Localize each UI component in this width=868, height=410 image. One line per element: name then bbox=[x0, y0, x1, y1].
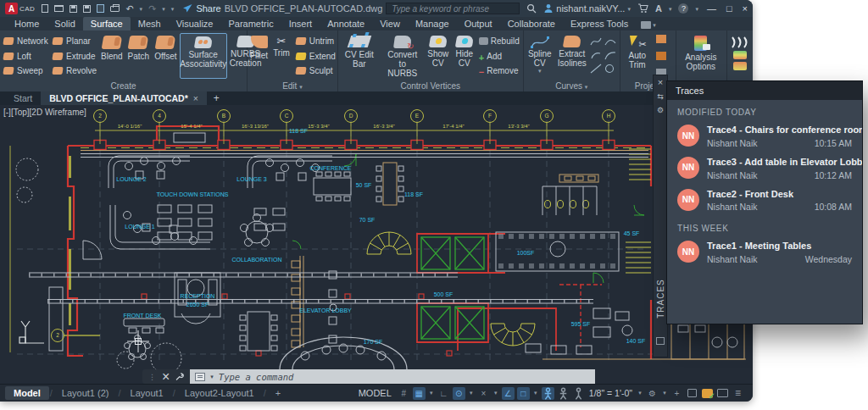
trace-item[interactable]: NNTrace4 - Chairs for conference roomNis… bbox=[667, 120, 862, 152]
spline-cv-button[interactable]: Spline CV▾ bbox=[524, 33, 556, 79]
osnap-caret[interactable]: ▾ bbox=[532, 387, 539, 400]
maximize-button[interactable]: □ bbox=[726, 3, 732, 14]
fillet-button[interactable]: Fillet bbox=[248, 33, 270, 79]
tab-layout2-layout1[interactable]: Layout2-Layout1 bbox=[176, 386, 263, 400]
tab-layout1-2[interactable]: Layout1 (2) bbox=[53, 386, 118, 400]
floorplan-svg[interactable]: 24BCDEFGH2 14'-0 1/16"15'-4 1/4"16'-3 13… bbox=[0, 105, 753, 370]
traces-header[interactable]: Traces bbox=[667, 81, 862, 100]
wrench-icon[interactable] bbox=[175, 372, 184, 381]
viewport-controls[interactable]: [-][Top][2D Wireframe] bbox=[3, 108, 86, 117]
plot-icon[interactable] bbox=[97, 4, 104, 13]
undo-caret-icon[interactable]: ▾ bbox=[140, 6, 143, 12]
user-account-button[interactable]: nishant.naikVY... ▾ bbox=[543, 3, 631, 14]
palette-autohide-icon[interactable]: ⇆ bbox=[657, 92, 664, 101]
polar-caret[interactable]: ▾ bbox=[468, 387, 475, 400]
tab-current-drawing[interactable]: BLVD OFFICE_PLAN-AUTOCAD* × bbox=[41, 91, 207, 105]
isodraft-icon[interactable]: × bbox=[477, 387, 490, 400]
extract-isolines-button[interactable]: Extract Isolines bbox=[556, 33, 588, 79]
save-icon[interactable] bbox=[70, 5, 77, 13]
trusted-dwg-icon[interactable] bbox=[701, 387, 714, 400]
curvature-analysis-icon[interactable] bbox=[733, 51, 747, 59]
edit-panel-label[interactable]: Edit ▾ bbox=[248, 81, 337, 91]
otrack-icon[interactable]: ∠ bbox=[502, 387, 515, 400]
circle-tool-icon[interactable] bbox=[604, 64, 616, 74]
add-button[interactable]: +Add bbox=[479, 50, 521, 63]
hide-cv-button[interactable]: Hide CV bbox=[452, 33, 477, 79]
draft-analysis-icon[interactable] bbox=[733, 62, 747, 70]
arc2-icon[interactable] bbox=[604, 50, 616, 60]
cart-icon[interactable] bbox=[637, 3, 648, 14]
network-button[interactable]: Network bbox=[2, 35, 47, 47]
ribbon-tab-solid[interactable]: Solid bbox=[47, 17, 82, 30]
open-file-icon[interactable] bbox=[54, 5, 64, 12]
trace-item[interactable]: NNTrace3 - Add table in Elevator LobbyNi… bbox=[667, 152, 862, 185]
palette-window-icon[interactable] bbox=[656, 337, 665, 345]
redo-icon[interactable]: ↷ bbox=[148, 4, 156, 14]
isodraft-caret[interactable]: ▾ bbox=[492, 387, 499, 400]
tab-close-icon[interactable]: × bbox=[193, 93, 198, 103]
offset-button[interactable]: Offset bbox=[152, 33, 180, 79]
command-input[interactable]: ▾ Type a command bbox=[190, 369, 595, 384]
ribbon-tab-parametric[interactable]: Parametric bbox=[220, 17, 281, 30]
trim-button[interactable]: ✂Trim bbox=[270, 33, 292, 79]
print-icon[interactable] bbox=[110, 6, 120, 12]
project-geometry-icon[interactable] bbox=[656, 35, 666, 43]
untrim-button[interactable]: Untrim bbox=[294, 35, 331, 47]
tab-start[interactable]: Start bbox=[5, 91, 41, 105]
workspace-switching-icon[interactable] bbox=[686, 387, 698, 400]
ortho-icon[interactable]: ∟ bbox=[437, 387, 450, 400]
close-button[interactable]: × bbox=[743, 3, 748, 14]
settings-caret[interactable]: ▾ bbox=[661, 387, 668, 400]
palette-vertical-label[interactable]: TRACES bbox=[656, 279, 665, 319]
ribbon-tab-output[interactable]: Output bbox=[457, 17, 500, 30]
ribbon-display-toggle[interactable]: ▾ bbox=[641, 21, 656, 30]
share-button[interactable]: Share bbox=[183, 3, 220, 14]
sweep-button[interactable]: Sweep bbox=[2, 64, 47, 77]
drawing-canvas[interactable]: [-][Top][2D Wireframe] bbox=[0, 105, 753, 384]
blend-button[interactable]: Blend bbox=[98, 33, 125, 79]
create-panel-label[interactable]: Create bbox=[0, 81, 247, 91]
save-as-icon[interactable] bbox=[83, 5, 91, 13]
recent-commands-icon[interactable] bbox=[195, 373, 205, 381]
autocad-logo-icon[interactable]: A bbox=[5, 3, 18, 14]
control-vertices-panel-label[interactable]: Control Vertices bbox=[338, 81, 523, 91]
curve-blend-icon[interactable] bbox=[604, 36, 616, 47]
rebuild-button[interactable]: Rebuild bbox=[479, 35, 521, 47]
search-input[interactable]: Type a keyword or phrase bbox=[386, 3, 520, 14]
autodesk-caret-icon[interactable]: ▾ bbox=[669, 6, 672, 12]
command-close-icon[interactable]: × bbox=[162, 369, 170, 385]
curves-panel-label[interactable]: Curves ▾ bbox=[524, 81, 620, 91]
ribbon-tab-collaborate[interactable]: Collaborate bbox=[500, 17, 563, 30]
osnap-icon[interactable]: □ bbox=[517, 387, 530, 400]
line-icon[interactable] bbox=[590, 64, 602, 74]
trace-item[interactable]: NNTrace1 - Meeting TablesNishant NaikWed… bbox=[667, 236, 862, 269]
extend-button[interactable]: Extend bbox=[294, 50, 331, 63]
ribbon-tab-surface[interactable]: Surface bbox=[83, 17, 131, 30]
planar-button[interactable]: Planar bbox=[51, 35, 97, 47]
ribbon-tab-manage[interactable]: Manage bbox=[408, 17, 457, 30]
polar-icon[interactable]: ⊙ bbox=[453, 387, 465, 400]
undo-icon[interactable]: ↶ bbox=[125, 4, 133, 14]
new-layout-button[interactable]: + bbox=[267, 386, 289, 400]
revolve-button[interactable]: Revolve bbox=[51, 64, 97, 77]
autodesk-logo-icon[interactable]: A bbox=[655, 4, 662, 14]
convert-to-nurbs-button[interactable]: Convert to NURBS bbox=[381, 33, 425, 79]
command-line-handle[interactable]: ⋮ × bbox=[142, 369, 190, 384]
new-file-icon[interactable] bbox=[42, 4, 48, 13]
arc-icon[interactable] bbox=[590, 50, 602, 60]
qat-menu-caret-icon[interactable]: ▾ bbox=[171, 6, 175, 12]
palette-close-icon[interactable]: × bbox=[658, 77, 663, 87]
help-icon[interactable]: ? bbox=[678, 3, 688, 14]
annotation-autoscale-icon[interactable] bbox=[557, 387, 570, 400]
zebra-analysis-icon[interactable] bbox=[731, 36, 749, 48]
ribbon-tab-annotate[interactable]: Annotate bbox=[320, 17, 372, 30]
cv-edit-bar-button[interactable]: CV Edit Bar bbox=[338, 33, 381, 79]
extrude-button[interactable]: Extrude bbox=[51, 50, 97, 63]
ribbon-tab-express-tools[interactable]: Express Tools bbox=[563, 17, 636, 30]
spline-fit-icon[interactable] bbox=[590, 36, 602, 47]
settings-icon[interactable]: ⚙ bbox=[646, 387, 659, 400]
minimize-button[interactable]: — bbox=[707, 3, 716, 14]
patch-button[interactable]: Patch bbox=[125, 33, 153, 79]
ribbon-tab-home[interactable]: Home bbox=[7, 17, 47, 30]
tab-layout1[interactable]: Layout1 bbox=[122, 386, 172, 400]
